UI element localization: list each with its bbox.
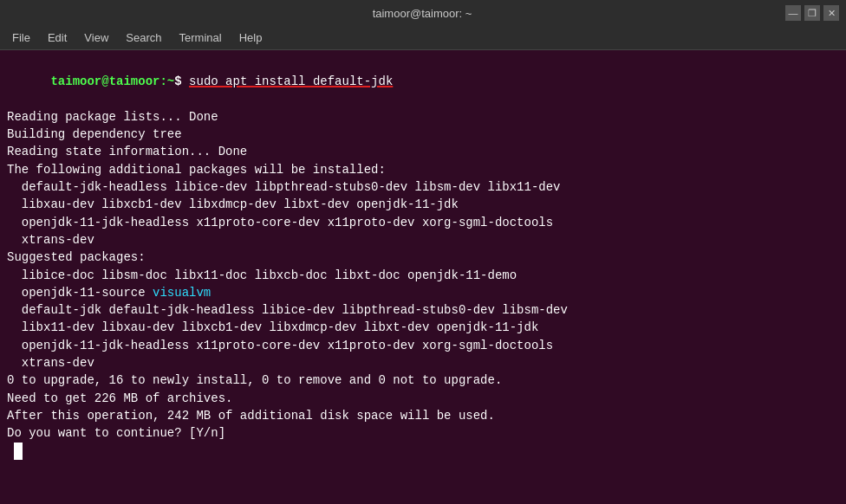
prompt-user: taimoor@taimoor xyxy=(50,74,159,88)
output-line-17: After this operation, 242 MB of addition… xyxy=(7,407,839,424)
restore-button[interactable]: ❐ xyxy=(804,5,820,21)
output-line-4: default-jdk-headless libice-dev libpthre… xyxy=(7,178,839,196)
prompt-line-2 xyxy=(7,443,839,460)
output-line-3: The following additional packages will b… xyxy=(7,161,839,178)
window-controls: — ❐ ✕ xyxy=(785,5,839,21)
command-text: sudo apt install default-jdk xyxy=(189,74,393,88)
output-line-0: Reading package lists... Done xyxy=(7,108,839,126)
output-line-10: openjdk-11-source visualvm xyxy=(7,284,839,301)
terminal-window: taimoor@taimoor: ~ — ❐ ✕ File Edit View … xyxy=(0,0,846,504)
menu-terminal[interactable]: Terminal xyxy=(171,29,231,46)
menu-edit[interactable]: Edit xyxy=(39,29,75,46)
titlebar: taimoor@taimoor: ~ — ❐ ✕ xyxy=(0,0,846,26)
output-line-2: Reading state information... Done xyxy=(7,143,839,160)
minimize-button[interactable]: — xyxy=(785,5,801,21)
prompt-dollar: $ xyxy=(174,74,189,88)
output-line-13: openjdk-11-jdk-headless x11proto-core-de… xyxy=(7,337,839,354)
window-title: taimoor@taimoor: ~ xyxy=(59,7,785,20)
terminal-output[interactable]: taimoor@taimoor:~$ sudo apt install defa… xyxy=(0,50,846,504)
output-line-18: Do you want to continue? [Y/n] xyxy=(7,424,839,442)
menu-help[interactable]: Help xyxy=(231,29,271,46)
output-line-5: libxau-dev libxcb1-dev libxdmcp-dev libx… xyxy=(7,196,839,213)
close-button[interactable]: ✕ xyxy=(823,5,839,21)
output-line-1: Building dependency tree xyxy=(7,126,839,143)
menu-file[interactable]: File xyxy=(3,29,39,46)
terminal-cursor xyxy=(14,443,23,460)
output-line-15: 0 to upgrade, 16 to newly install, 0 to … xyxy=(7,372,839,389)
output-line-11: default-jdk default-jdk-headless libice-… xyxy=(7,301,839,319)
output-line-14: xtrans-dev xyxy=(7,354,839,372)
output-line-7: xtrans-dev xyxy=(7,231,839,249)
menu-view[interactable]: View xyxy=(75,29,117,46)
output-line-8: Suggested packages: xyxy=(7,249,839,266)
output-line-12: libx11-dev libxau-dev libxcb1-dev libxdm… xyxy=(7,319,839,336)
output-line-16: Need to get 226 MB of archives. xyxy=(7,390,839,407)
menu-search[interactable]: Search xyxy=(117,29,170,46)
menu-bar: File Edit View Search Terminal Help xyxy=(0,26,846,50)
output-line-6: openjdk-11-jdk-headless x11proto-core-de… xyxy=(7,214,839,231)
prompt-line: taimoor@taimoor:~$ sudo apt install defa… xyxy=(7,55,839,108)
output-line-9: libice-doc libsm-doc libx11-doc libxcb-d… xyxy=(7,267,839,284)
prompt-path: :~ xyxy=(159,74,174,88)
